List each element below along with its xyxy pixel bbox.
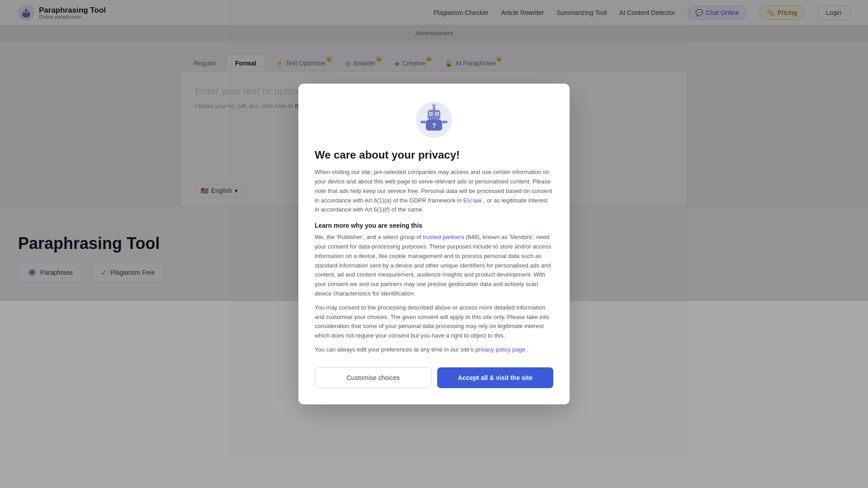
modal-action-buttons: Customise choices Accept all & visit the… xyxy=(315,367,553,388)
trusted-partners-link[interactable]: trusted partners xyxy=(423,234,464,240)
customise-choices-button[interactable]: Customise choices xyxy=(315,367,432,388)
svg-point-13 xyxy=(432,104,436,108)
modal-title: We care about your privacy! xyxy=(315,149,553,161)
modal-body-3: You may consent to the processing descri… xyxy=(315,303,553,341)
svg-rect-20 xyxy=(442,121,448,123)
modal-section-title: Learn more why you are seeing this xyxy=(315,222,553,229)
modal-body-2: We, the 'Publisher', and a select group … xyxy=(315,233,553,299)
modal-body-4: You can always edit your preferences at … xyxy=(315,345,553,355)
svg-rect-19 xyxy=(420,121,426,123)
svg-text:?: ? xyxy=(432,122,436,129)
modal-overlay: ? We care about your privacy! When visit… xyxy=(0,0,868,488)
svg-point-17 xyxy=(436,113,438,115)
robot-svg-icon: ? xyxy=(416,102,452,138)
privacy-modal: ? We care about your privacy! When visit… xyxy=(298,84,570,404)
modal-body-1: When visiting our site, pre-selected com… xyxy=(315,168,553,215)
svg-point-16 xyxy=(430,113,432,115)
privacy-policy-link[interactable]: privacy policy page xyxy=(475,346,525,353)
modal-robot-illustration: ? xyxy=(315,102,553,140)
accept-all-button[interactable]: Accept all & visit the site xyxy=(437,367,553,388)
eu-law-link[interactable]: EU law xyxy=(463,197,482,204)
